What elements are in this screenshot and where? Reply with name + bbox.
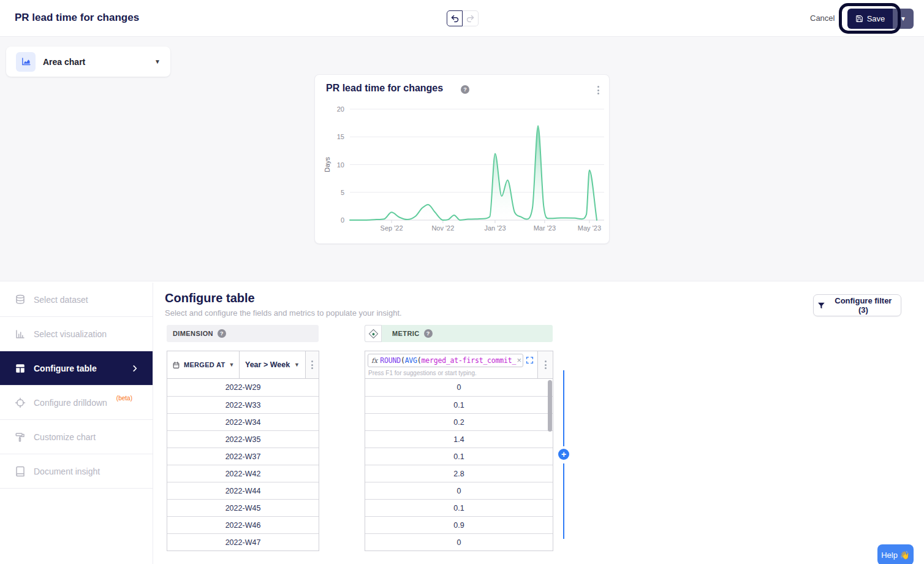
- chevron-down-icon: ▼: [294, 362, 300, 368]
- metric-type-tile: [365, 325, 382, 342]
- page-title: PR lead time for changes: [15, 12, 139, 24]
- undo-button[interactable]: [447, 10, 463, 26]
- svg-text:Jan '23: Jan '23: [484, 224, 506, 232]
- expand-formula-icon[interactable]: [526, 356, 534, 364]
- chart-preview-band: Area chart ▼ PR lead time for changes ? …: [0, 37, 924, 281]
- table-row-dimension: 2022-W47: [167, 533, 319, 551]
- configure-filter-button[interactable]: Configure filter (3): [813, 294, 901, 316]
- metric-header-label: METRIC: [392, 330, 420, 337]
- undo-icon: [450, 14, 460, 23]
- section-title: Configure table: [165, 291, 255, 305]
- dimension-granularity-label: Year > Week: [245, 360, 290, 369]
- metric-help-icon[interactable]: ?: [424, 329, 433, 338]
- table-row-metric: 0: [365, 533, 553, 551]
- add-metric-guide-line: [563, 463, 564, 539]
- svg-text:Sep '22: Sep '22: [381, 224, 403, 232]
- sidebar-item-select-visualization[interactable]: Select visualization: [0, 317, 153, 351]
- steps-sidebar: Select datasetSelect visualizationConfig…: [0, 283, 153, 564]
- chevron-down-icon: ▼: [900, 15, 906, 22]
- dimension-help-icon[interactable]: ?: [218, 329, 226, 338]
- svg-text:0: 0: [341, 216, 344, 224]
- table-row-metric: 0.2: [365, 413, 553, 430]
- table-row-dimension: 2022-W29: [167, 379, 319, 396]
- clear-formula-icon[interactable]: ×: [515, 356, 521, 364]
- redo-button[interactable]: [463, 10, 479, 26]
- svg-text:May '23: May '23: [578, 224, 601, 232]
- svg-text:Nov '22: Nov '22: [431, 224, 454, 232]
- dimension-granularity-select[interactable]: Year > Week ▼: [240, 351, 306, 378]
- area-chart-plot: 05101520DaysSep '22Nov '22Jan '23Mar '23…: [315, 99, 609, 242]
- table-row-metric: 0.9: [365, 516, 553, 533]
- cancel-button[interactable]: Cancel: [808, 12, 837, 24]
- table-row-dimension: 2022-W35: [167, 430, 319, 448]
- table-row-dimension: 2022-W34: [167, 413, 319, 430]
- configure-workspace: Select datasetSelect visualizationConfig…: [0, 281, 924, 564]
- save-dropdown-toggle[interactable]: ▼: [893, 9, 914, 29]
- metric-table: fx ROUND(AVG(merged_at-first_commit_ × P…: [365, 351, 553, 551]
- svg-text:15: 15: [337, 133, 344, 140]
- table-row-metric: 2.8: [365, 465, 553, 482]
- save-button[interactable]: Save: [847, 9, 893, 29]
- dimension-header-label: DIMENSION: [173, 330, 213, 337]
- dimension-options-button[interactable]: [306, 351, 319, 378]
- chart-type-selector[interactable]: Area chart ▼: [6, 47, 170, 77]
- svg-text:Days: Days: [324, 156, 331, 172]
- metric-header-bar: METRIC ?: [365, 325, 553, 342]
- chart-line-series: [350, 126, 597, 220]
- chart-title: PR lead time for changes: [326, 83, 443, 94]
- book-icon: [15, 466, 26, 477]
- sidebar-item-customize-chart[interactable]: Customize chart: [0, 420, 153, 454]
- dimension-header-bar: DIMENSION ?: [167, 325, 319, 342]
- formula-tokens: ROUND(AVG(merged_at-first_commit_: [380, 356, 516, 365]
- fx-icon: fx: [371, 357, 377, 365]
- dimension-field-label: MERGED AT: [184, 361, 225, 368]
- formula-token: ROUND: [380, 356, 401, 365]
- table-row-dimension: 2022-W33: [167, 396, 319, 413]
- sidebar-item-label: Select visualization: [34, 329, 107, 339]
- database-icon: [15, 294, 26, 305]
- area-chart-icon: [16, 52, 36, 72]
- sidebar-item-configure-drilldown[interactable]: Configure drilldown(beta): [0, 386, 153, 420]
- dimension-field-select[interactable]: MERGED AT ▼: [167, 351, 240, 378]
- kebab-menu-icon: [309, 358, 316, 372]
- dimension-rows: 2022-W292022-W332022-W342022-W352022-W37…: [167, 379, 319, 551]
- bar-chart-icon: [15, 329, 26, 340]
- table-row-metric: 0.1: [365, 396, 553, 413]
- filter-icon: [817, 302, 825, 310]
- metric-diamond-icon: [368, 329, 378, 338]
- add-metric-button[interactable]: +: [558, 449, 569, 460]
- crosshair-icon: [15, 397, 26, 408]
- table-row-metric: 1.4: [365, 430, 553, 448]
- save-button-label: Save: [867, 14, 885, 23]
- metric-scrollbar[interactable]: [548, 380, 552, 432]
- sidebar-item-label: Configure table: [34, 364, 97, 373]
- topbar: PR lead time for changes Cancel Save: [0, 0, 924, 37]
- sidebar-item-label: Select dataset: [34, 295, 88, 305]
- svg-text:10: 10: [337, 161, 344, 169]
- chart-preview-card: PR lead time for changes ? 05101520DaysS…: [314, 74, 610, 244]
- formula-token: (: [417, 356, 422, 365]
- sidebar-item-label: Configure drilldown: [34, 398, 107, 408]
- chart-kebab-menu-icon[interactable]: [595, 83, 602, 97]
- sidebar-item-label: Document insight: [34, 467, 100, 476]
- table-row-metric: 0.1: [365, 448, 553, 465]
- formula-token: AVG: [405, 356, 417, 365]
- sidebar-item-label: Customize chart: [34, 432, 96, 442]
- table-row-dimension: 2022-W45: [167, 499, 319, 516]
- chart-help-icon[interactable]: ?: [461, 85, 469, 94]
- add-metric-guide-line: [563, 370, 564, 446]
- sidebar-item-select-dataset[interactable]: Select dataset: [0, 283, 153, 317]
- svg-text:20: 20: [337, 105, 344, 113]
- redo-icon: [466, 14, 475, 23]
- metric-formula-input[interactable]: fx ROUND(AVG(merged_at-first_commit_: [368, 354, 523, 367]
- help-button[interactable]: Help 👋: [877, 544, 914, 564]
- chart-area-fill: [350, 126, 597, 220]
- sidebar-item-document-insight[interactable]: Document insight: [0, 454, 153, 489]
- beta-badge: (beta): [116, 395, 132, 402]
- sidebar-item-configure-table[interactable]: Configure table: [0, 351, 153, 386]
- dimension-table: MERGED AT ▼ Year > Week ▼ 2022-W292022-W…: [167, 351, 319, 551]
- metric-options-button[interactable]: [538, 351, 553, 378]
- table-row-metric: 0: [365, 482, 553, 499]
- paint-roller-icon: [15, 432, 26, 443]
- formula-token: (: [401, 356, 405, 365]
